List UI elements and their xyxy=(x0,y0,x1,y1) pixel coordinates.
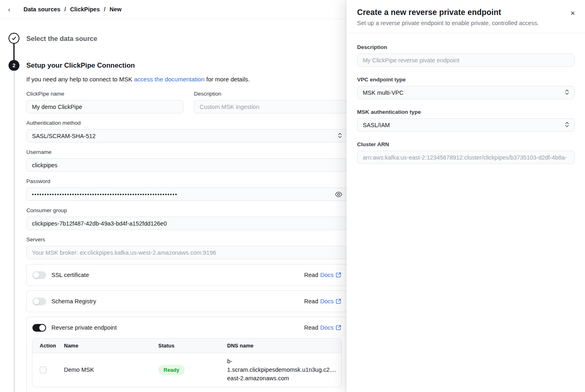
help-text: If you need any help to connect to MSK a… xyxy=(26,76,250,83)
ssl-certificate-toggle[interactable] xyxy=(32,271,46,279)
close-icon[interactable]: ✕ xyxy=(569,9,576,17)
status-badge: Ready xyxy=(158,365,185,375)
panel-description-input[interactable] xyxy=(357,53,574,67)
chevron-updown-icon xyxy=(565,121,569,129)
schema-registry-card: Schema Registry Read Docs xyxy=(26,290,347,312)
clickpipe-name-input[interactable] xyxy=(26,100,183,113)
schema-registry-toggle[interactable] xyxy=(32,298,46,305)
vpc-endpoint-type-label: VPC endpoint type xyxy=(357,77,574,83)
help-prefix: If you need any help to connect to MSK xyxy=(26,76,134,83)
reverse-endpoint-docs-link[interactable]: Docs xyxy=(320,324,341,331)
panel-subtitle: Set up a reverse private endpoint to ena… xyxy=(357,20,574,26)
description-input[interactable] xyxy=(194,100,347,113)
panel-title: Create a new reverse private endpoint xyxy=(357,8,574,17)
breadcrumb-data-sources[interactable]: Data sources xyxy=(23,6,60,13)
authentication-method-label: Authentication method xyxy=(26,120,347,126)
read-text: Read xyxy=(304,324,318,331)
endpoints-table: Action Name Status DNS name Demo MSK Rea… xyxy=(32,338,342,387)
vpc-endpoint-type-select[interactable]: MSK multi-VPC xyxy=(357,86,574,99)
read-text: Read xyxy=(304,272,318,278)
breadcrumb-new[interactable]: New xyxy=(109,6,121,13)
external-link-icon xyxy=(336,272,341,278)
cluster-arn-input[interactable] xyxy=(357,151,574,164)
panel-header: Create a new reverse private endpoint Se… xyxy=(347,0,585,33)
read-text: Read xyxy=(304,298,318,305)
msk-auth-type-value: SASL/IAM xyxy=(363,122,390,128)
username-input[interactable] xyxy=(26,158,347,172)
vpc-endpoint-type-value: MSK multi-VPC xyxy=(363,89,404,96)
step2-title: Setup your ClickPipe Connection xyxy=(26,62,135,70)
external-link-icon xyxy=(336,298,341,304)
step2-indicator: 2 xyxy=(9,60,19,71)
help-suffix: for more details. xyxy=(204,76,250,83)
chevron-updown-icon xyxy=(338,132,342,140)
chevron-updown-icon xyxy=(565,89,569,96)
panel-description-label: Description xyxy=(357,44,574,50)
reverse-private-endpoint-label: Reverse private endpoint xyxy=(51,324,117,331)
check-icon xyxy=(11,36,17,41)
password-label: Password xyxy=(26,178,347,184)
authentication-method-select[interactable]: SASL/SCRAM-SHA-512 xyxy=(26,129,347,143)
breadcrumb: Data sources / ClickPipes / New xyxy=(23,6,121,13)
servers-label: Servers xyxy=(26,236,347,243)
username-label: Username xyxy=(26,149,347,155)
msk-auth-type-select[interactable]: SASL/IAM xyxy=(357,118,574,132)
docs-link-text: Docs xyxy=(320,298,334,305)
endpoint-name: Demo MSK xyxy=(64,353,158,387)
breadcrumb-bar: ‹ Data sources / ClickPipes / New xyxy=(0,0,347,19)
connection-form: ClickPipe name Description Authenticatio… xyxy=(26,91,347,392)
create-endpoint-panel: Create a new reverse private endpoint Se… xyxy=(347,0,585,392)
schema-registry-label: Schema Registry xyxy=(51,298,96,305)
external-link-icon xyxy=(336,325,341,330)
reverse-private-endpoint-card: Reverse private endpoint Read Docs Actio… xyxy=(26,317,347,392)
ssl-certificate-label: SSL certificate xyxy=(51,272,89,278)
table-row: Demo MSK Ready b- 1.scram.clickpipesdemo… xyxy=(32,353,341,387)
main-content: 2 Select the data source Setup your Clic… xyxy=(0,19,347,392)
ssl-docs-link[interactable]: Docs xyxy=(320,272,341,278)
clickpipe-name-label: ClickPipe name xyxy=(26,91,183,97)
reverse-private-endpoint-toggle[interactable] xyxy=(32,324,46,332)
cluster-arn-label: Cluster ARN xyxy=(357,141,574,147)
authentication-method-value: SASL/SCRAM-SHA-512 xyxy=(32,133,96,139)
password-input[interactable] xyxy=(26,187,347,201)
docs-link-text: Docs xyxy=(320,272,334,278)
breadcrumb-clickpipes[interactable]: ClickPipes xyxy=(70,6,100,13)
column-header-dns: DNS name xyxy=(227,339,341,353)
panel-body: Description VPC endpoint type MSK multi-… xyxy=(347,33,585,164)
description-label: Description xyxy=(194,91,347,97)
step1-title: Select the data source xyxy=(26,35,97,43)
ssl-certificate-card: SSL certificate Read Docs xyxy=(26,264,347,286)
column-header-action: Action xyxy=(32,339,64,353)
step2-number: 2 xyxy=(13,63,15,68)
column-header-name: Name xyxy=(64,339,158,353)
msk-auth-type-label: MSK authentication type xyxy=(357,109,574,115)
show-password-eye-icon[interactable] xyxy=(335,190,342,198)
row-select-checkbox[interactable] xyxy=(40,366,47,373)
stepper-connector xyxy=(14,70,15,392)
schema-registry-docs-link[interactable]: Docs xyxy=(320,298,341,305)
documentation-link[interactable]: access the documentation xyxy=(134,76,204,83)
servers-input[interactable] xyxy=(26,246,347,259)
breadcrumb-separator: / xyxy=(104,6,105,13)
consumer-group-input[interactable] xyxy=(26,217,347,230)
stepper-connector-active xyxy=(13,43,15,61)
docs-link-text: Docs xyxy=(320,324,334,331)
column-header-status: Status xyxy=(158,339,227,353)
breadcrumb-separator: / xyxy=(64,6,66,13)
consumer-group-label: Consumer group xyxy=(26,207,347,213)
endpoint-dns: b- 1.scram.clickpipesdemomsk.u1n3ug.c2..… xyxy=(227,353,341,387)
step1-complete-indicator xyxy=(9,33,19,44)
back-chevron-icon[interactable]: ‹ xyxy=(8,6,14,13)
